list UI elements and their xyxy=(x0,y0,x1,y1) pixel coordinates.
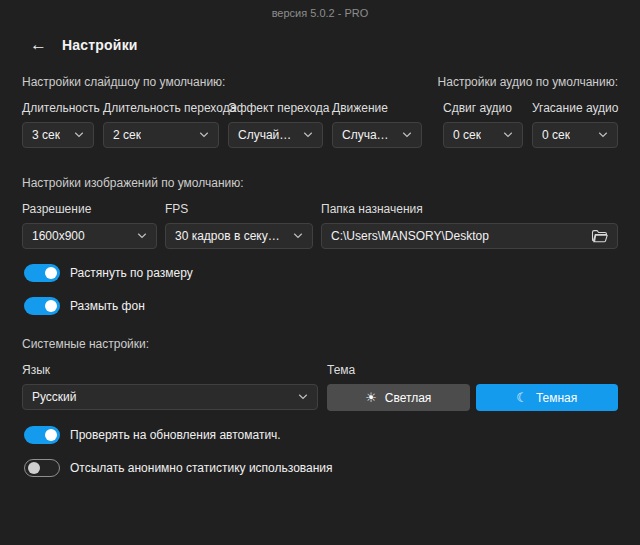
toggle-knob xyxy=(45,300,57,312)
destination-label: Папка назначения xyxy=(321,202,618,216)
transition-effect-dropdown[interactable]: Случайный xyxy=(228,122,323,148)
settings-content: Настройки слайдшоу по умолчанию: Настрой… xyxy=(0,75,640,477)
audio-offset-value: 0 сек xyxy=(453,128,481,142)
toggle-knob xyxy=(45,267,57,279)
transition-duration-field: Длительность перехода 2 сек xyxy=(103,101,219,148)
theme-switcher: ☀ Светлая ☾ Темная xyxy=(327,384,618,411)
page-header: ← Настройки xyxy=(30,36,640,53)
stretch-toggle-row: Растянуть по размеру xyxy=(24,264,618,282)
back-icon[interactable]: ← xyxy=(30,36,47,53)
duration-label: Длительность xyxy=(22,101,94,115)
stretch-toggle[interactable] xyxy=(24,264,60,282)
chevron-down-icon xyxy=(503,132,513,138)
slideshow-section-title: Настройки слайдшоу по умолчанию: xyxy=(22,75,225,89)
motion-value: Случайное xyxy=(342,128,394,142)
audio-fade-dropdown[interactable]: 0 сек xyxy=(532,122,618,148)
language-value: Русский xyxy=(32,390,77,404)
chevron-down-icon xyxy=(303,132,313,138)
page-title: Настройки xyxy=(62,37,138,53)
chevron-down-icon xyxy=(598,132,608,138)
audio-offset-dropdown[interactable]: 0 сек xyxy=(443,122,523,148)
theme-dark-button[interactable]: ☾ Темная xyxy=(476,384,619,411)
resolution-dropdown[interactable]: 1600x900 xyxy=(22,223,157,249)
theme-light-label: Светлая xyxy=(385,391,432,405)
transition-effect-value: Случайный xyxy=(238,128,295,142)
transition-duration-value: 2 сек xyxy=(113,128,141,142)
toggle-knob xyxy=(28,462,40,474)
anonymous-stats-toggle[interactable] xyxy=(24,459,60,477)
destination-path: C:\Users\MANSORY\Desktop xyxy=(331,229,489,243)
anonymous-stats-toggle-label: Отсылать анонимно статистику использован… xyxy=(70,461,333,475)
transition-effect-label: Эффект перехода xyxy=(228,101,323,115)
duration-field: Длительность 3 сек xyxy=(22,101,94,148)
duration-value: 3 сек xyxy=(32,128,60,142)
audio-fade-field: Угасание аудио 0 сек xyxy=(532,101,618,148)
stretch-toggle-label: Растянуть по размеру xyxy=(70,266,193,280)
folder-browse-button[interactable] xyxy=(585,229,608,243)
audio-fade-label: Угасание аудио xyxy=(532,101,618,115)
system-section-title: Системные настройки: xyxy=(22,337,618,351)
anonymous-stats-toggle-row: Отсылать анонимно статистику использован… xyxy=(24,459,618,477)
auto-update-toggle[interactable] xyxy=(24,426,60,444)
theme-light-button[interactable]: ☀ Светлая xyxy=(327,384,470,411)
chevron-down-icon xyxy=(137,233,147,239)
motion-field: Движение Случайное xyxy=(332,101,422,148)
language-dropdown[interactable]: Русский xyxy=(22,384,318,410)
audio-section-title: Настройки аудио по умолчанию: xyxy=(438,75,618,89)
duration-dropdown[interactable]: 3 сек xyxy=(22,122,94,148)
theme-field: Тема ☀ Светлая ☾ Темная xyxy=(327,363,618,411)
auto-update-toggle-label: Проверять на обновления автоматич. xyxy=(70,428,281,442)
blur-toggle-row: Размыть фон xyxy=(24,297,618,315)
folder-icon xyxy=(591,229,608,243)
audio-offset-label: Сдвиг аудио xyxy=(443,101,523,115)
motion-dropdown[interactable]: Случайное xyxy=(332,122,422,148)
language-field: Язык Русский xyxy=(22,363,318,411)
theme-dark-label: Темная xyxy=(536,391,577,405)
language-label: Язык xyxy=(22,363,318,377)
chevron-down-icon xyxy=(74,132,84,138)
chevron-down-icon xyxy=(402,132,412,138)
fps-label: FPS xyxy=(165,202,313,216)
fps-dropdown[interactable]: 30 кадров в секунду xyxy=(165,223,313,249)
moon-icon: ☾ xyxy=(516,391,528,404)
chevron-down-icon xyxy=(199,132,209,138)
auto-update-toggle-row: Проверять на обновления автоматич. xyxy=(24,426,618,444)
resolution-value: 1600x900 xyxy=(32,229,85,243)
resolution-field: Разрешение 1600x900 xyxy=(22,202,157,249)
toggle-knob xyxy=(45,429,57,441)
theme-label: Тема xyxy=(327,363,618,377)
resolution-label: Разрешение xyxy=(22,202,157,216)
fps-value: 30 кадров в секунду xyxy=(175,229,285,243)
version-label: версия 5.0.2 - PRO xyxy=(0,0,640,19)
fps-field: FPS 30 кадров в секунду xyxy=(165,202,313,249)
chevron-down-icon xyxy=(298,394,308,400)
blur-background-toggle[interactable] xyxy=(24,297,60,315)
transition-effect-field: Эффект перехода Случайный xyxy=(228,101,323,148)
motion-label: Движение xyxy=(332,101,422,115)
blur-toggle-label: Размыть фон xyxy=(70,299,145,313)
destination-folder-input[interactable]: C:\Users\MANSORY\Desktop xyxy=(321,223,618,249)
audio-offset-field: Сдвиг аудио 0 сек xyxy=(443,101,523,148)
images-section-title: Настройки изображений по умолчанию: xyxy=(22,176,618,190)
audio-fade-value: 0 сек xyxy=(542,128,570,142)
destination-field: Папка назначения C:\Users\MANSORY\Deskto… xyxy=(321,202,618,249)
chevron-down-icon xyxy=(293,233,303,239)
transition-duration-label: Длительность перехода xyxy=(103,101,219,115)
transition-duration-dropdown[interactable]: 2 сек xyxy=(103,122,219,148)
sun-icon: ☀ xyxy=(365,391,377,404)
